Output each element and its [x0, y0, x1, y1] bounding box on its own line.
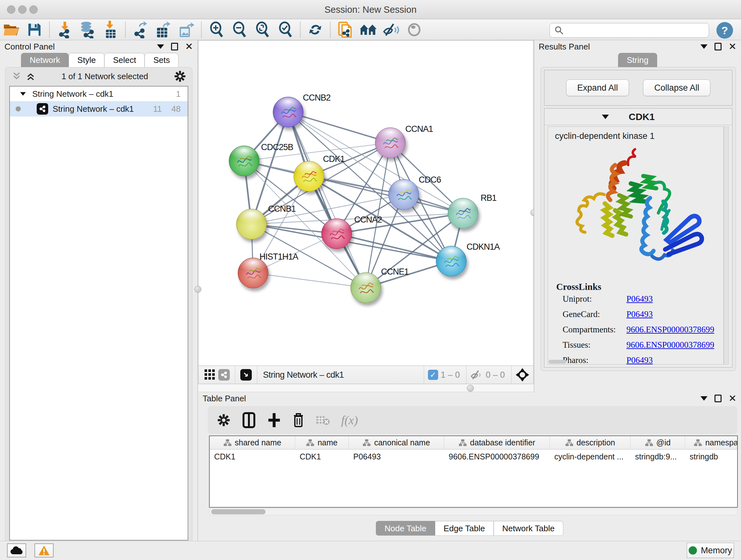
panel-menu-icon[interactable] [700, 44, 708, 49]
tab-style[interactable]: Style [69, 53, 105, 67]
tab-select[interactable]: Select [105, 53, 145, 67]
node-CCNB1[interactable] [236, 209, 267, 240]
export-network-button[interactable] [129, 20, 152, 39]
node-CCNE1[interactable] [350, 272, 381, 303]
export-table-button[interactable] [152, 20, 175, 39]
import-table-from-file-button[interactable] [99, 20, 122, 39]
close-panel-icon[interactable]: ✕ [185, 42, 193, 51]
close-panel-icon[interactable]: ✕ [729, 42, 737, 51]
memory-button[interactable]: Memory [687, 543, 734, 558]
table-cell[interactable]: CDK1 [210, 449, 295, 463]
gene-expand-icon[interactable] [602, 115, 609, 119]
hide-glasses-button[interactable] [380, 20, 403, 39]
tab-network[interactable]: Network [21, 53, 69, 67]
network-collection-row[interactable]: String Network – cdk1 1 [10, 86, 188, 101]
column-header--id[interactable]: @id [630, 436, 685, 449]
column-header-name[interactable]: name [295, 436, 349, 449]
zoom-in-button[interactable] [205, 20, 228, 39]
node-CCNA2[interactable] [321, 219, 352, 249]
float-panel-icon[interactable] [715, 395, 722, 402]
close-panel-icon[interactable]: ✕ [729, 394, 737, 403]
edge-CCNE1-HIST1H1A[interactable] [253, 273, 366, 288]
node-CDKN1A[interactable] [436, 246, 467, 276]
node-HIST1H1A[interactable] [238, 258, 268, 288]
crosslink-link[interactable]: 9606.ENSP00000378699 [626, 325, 714, 334]
column-header-canonical-name[interactable]: canonical name [349, 436, 444, 449]
collection-expand-icon[interactable] [20, 92, 26, 96]
node-CDC6[interactable] [388, 179, 419, 210]
hidden-eye-icon[interactable] [470, 369, 483, 380]
eye-button[interactable] [403, 20, 426, 39]
crosslink-link[interactable]: P06493 [626, 294, 653, 304]
string-clipboard-button[interactable] [334, 20, 357, 39]
tab-string[interactable]: String [618, 53, 657, 67]
open-session-button[interactable] [0, 20, 23, 39]
float-panel-icon[interactable] [171, 43, 178, 51]
global-search-field[interactable] [549, 23, 709, 38]
import-network-from-file-button[interactable] [53, 20, 76, 39]
table-hscrollbar[interactable] [209, 508, 738, 515]
table-cell[interactable]: CDK1 [295, 449, 349, 463]
column-header-shared-name[interactable]: shared name [210, 436, 295, 449]
table-cell[interactable]: cyclin-dependent ... [550, 449, 630, 463]
node-CDK1[interactable] [293, 161, 324, 192]
refresh-button[interactable] [304, 20, 327, 39]
collapse-all-chevron-icon[interactable] [11, 71, 22, 81]
save-session-button[interactable] [23, 20, 46, 39]
help-button[interactable]: ? [717, 22, 733, 39]
edge-CCNB2-CCNE1[interactable] [288, 112, 366, 288]
table-cell[interactable]: 9606.ENSP00000378699 [444, 449, 550, 463]
network-options-gear-icon[interactable] [174, 70, 186, 83]
table-hscrollbar-thumb[interactable] [211, 509, 266, 514]
expand-all-button[interactable]: Expand All [566, 79, 629, 96]
tab-network-table[interactable]: Network Table [494, 521, 563, 536]
selected-checkbox[interactable]: ✓ [428, 370, 438, 380]
collapse-all-button[interactable]: Collapse All [643, 79, 711, 96]
home-pages-button[interactable] [357, 20, 380, 39]
column-header-namespace[interactable]: namespace [685, 436, 738, 449]
pan-crosshair-button[interactable] [515, 368, 529, 382]
table-cell[interactable]: stringdb:9... [630, 449, 685, 463]
node-RB1[interactable] [448, 198, 478, 229]
node-CDC25B[interactable] [229, 145, 259, 176]
expand-all-chevron-icon[interactable] [25, 71, 36, 81]
crosslink-link[interactable]: P06493 [626, 309, 653, 319]
import-network-from-database-button[interactable] [76, 20, 99, 39]
tab-sets[interactable]: Sets [145, 53, 179, 67]
left-splitter-knob[interactable] [194, 286, 201, 293]
network-row[interactable]: String Network – cdk1 11 48 [10, 101, 188, 117]
panel-menu-icon[interactable] [700, 396, 708, 401]
share-network-button[interactable] [217, 368, 231, 382]
add-column-icon[interactable] [267, 412, 281, 428]
table-cell[interactable]: stringdb [685, 449, 738, 463]
crosslinks-scrollbar[interactable] [549, 360, 566, 364]
node-CCNA1[interactable] [375, 127, 406, 158]
crosslink-link[interactable]: P06493 [626, 355, 653, 365]
warning-status-button[interactable] [35, 543, 54, 557]
table-gear-icon[interactable] [217, 413, 231, 427]
float-panel-icon[interactable] [715, 43, 722, 51]
panel-menu-icon[interactable] [157, 44, 164, 49]
zoom-out-button[interactable] [228, 20, 251, 39]
edge-CCNB2-CCNA1[interactable] [288, 112, 390, 143]
tab-edge-table[interactable]: Edge Table [435, 521, 494, 536]
column-header-database-identifier[interactable]: database identifier [444, 436, 550, 449]
crosslink-link[interactable]: 9606.ENSP00000378699 [626, 340, 714, 350]
horizontal-splitter[interactable] [198, 384, 534, 392]
node-CCNB2[interactable] [273, 97, 304, 127]
export-image-button[interactable] [175, 20, 198, 39]
results-scrollbar-track[interactable] [724, 126, 729, 365]
table-row[interactable]: CDK1CDK1P064939606.ENSP00000378699cyclin… [210, 449, 737, 463]
delete-column-icon[interactable] [292, 412, 305, 428]
gene-section-header[interactable]: CDK1 [544, 109, 732, 125]
open-in-window-button[interactable] [239, 368, 253, 382]
splitter-knob[interactable] [467, 385, 474, 392]
zoom-fit-button[interactable] [251, 20, 274, 39]
table-cell[interactable]: P06493 [349, 449, 444, 463]
zoom-selected-button[interactable] [274, 20, 297, 39]
cloud-status-button[interactable] [7, 543, 26, 557]
column-header-description[interactable]: description [550, 436, 630, 449]
network-canvas[interactable]: CCNB2CCNA1CDC25BCDK1CDC6RB1CCNB1CCNA2CDK… [198, 40, 534, 366]
show-columns-icon[interactable] [242, 412, 256, 428]
birds-eye-grid-button[interactable] [203, 368, 217, 382]
